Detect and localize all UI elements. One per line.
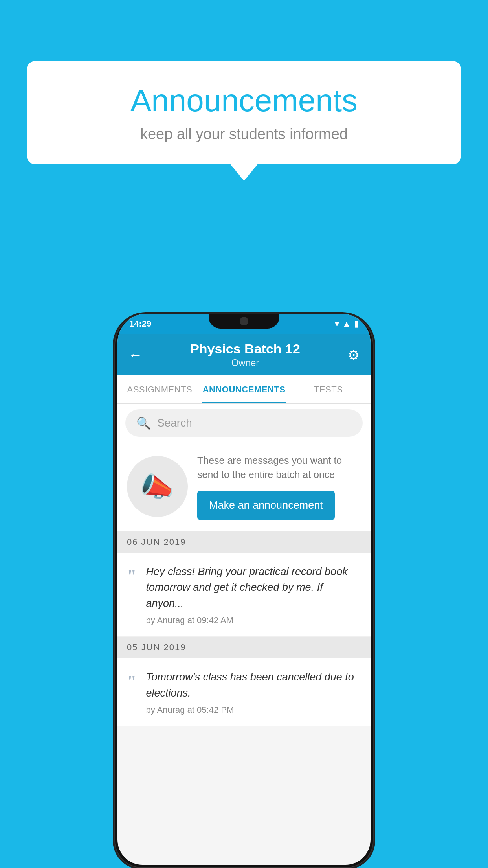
message-content-2: Tomorrow's class has been cancelled due …	[146, 669, 361, 715]
content-area: 🔍 Search 📣 These are messages you want t…	[117, 404, 371, 726]
settings-gear-icon[interactable]: ⚙	[348, 347, 360, 363]
promo-icon-circle: 📣	[127, 456, 188, 517]
promo-description: These are messages you want to send to t…	[197, 453, 361, 482]
batch-role: Owner	[143, 357, 348, 368]
wifi-icon: ▾	[335, 319, 339, 329]
signal-icon: ▲	[342, 319, 351, 329]
date-divider-1: 06 JUN 2019	[117, 531, 371, 553]
quote-icon-1: "	[127, 566, 136, 586]
message-author-1: by Anurag at 09:42 AM	[146, 615, 361, 625]
tab-announcements[interactable]: ANNOUNCEMENTS	[202, 375, 286, 403]
speech-bubble-subtitle: keep all your students informed	[50, 126, 438, 143]
promo-content: These are messages you want to send to t…	[197, 453, 361, 520]
tab-tests[interactable]: TESTS	[286, 375, 371, 403]
announcement-item-2[interactable]: " Tomorrow's class has been cancelled du…	[117, 658, 371, 726]
speech-bubble-container: Announcements keep all your students inf…	[27, 61, 461, 164]
quote-icon-2: "	[127, 671, 136, 691]
date-divider-2: 05 JUN 2019	[117, 637, 371, 658]
back-button[interactable]: ←	[128, 347, 143, 363]
speech-bubble: Announcements keep all your students inf…	[27, 61, 461, 164]
message-text-1: Hey class! Bring your practical record b…	[146, 564, 361, 612]
tab-assignments[interactable]: ASSIGNMENTS	[117, 375, 202, 403]
phone-frame: 14:29 ▾ ▲ ▮ ← Physics Batch 12 Owner ⚙ A…	[114, 314, 374, 868]
battery-icon: ▮	[354, 319, 359, 329]
phone-screen: 14:29 ▾ ▲ ▮ ← Physics Batch 12 Owner ⚙ A…	[117, 314, 371, 865]
tab-bar: ASSIGNMENTS ANNOUNCEMENTS TESTS	[117, 375, 371, 404]
megaphone-icon: 📣	[140, 471, 174, 503]
announcement-promo: 📣 These are messages you want to send to…	[117, 442, 371, 531]
message-text-2: Tomorrow's class has been cancelled due …	[146, 669, 361, 701]
make-announcement-button[interactable]: Make an announcement	[197, 491, 335, 520]
announcement-item-1[interactable]: " Hey class! Bring your practical record…	[117, 553, 371, 637]
speech-bubble-title: Announcements	[50, 83, 438, 119]
search-placeholder: Search	[157, 417, 192, 429]
message-content-1: Hey class! Bring your practical record b…	[146, 564, 361, 626]
message-author-2: by Anurag at 05:42 PM	[146, 705, 361, 715]
search-bar-wrapper: 🔍 Search	[117, 404, 371, 442]
status-time: 14:29	[129, 319, 151, 329]
batch-title: Physics Batch 12	[143, 341, 348, 357]
search-bar[interactable]: 🔍 Search	[125, 409, 363, 437]
search-icon: 🔍	[136, 416, 151, 430]
phone-notch	[209, 314, 279, 329]
header-title-block: Physics Batch 12 Owner	[143, 341, 348, 368]
phone-camera	[240, 317, 248, 326]
app-header: ← Physics Batch 12 Owner ⚙	[117, 334, 371, 375]
status-icons: ▾ ▲ ▮	[335, 319, 359, 329]
